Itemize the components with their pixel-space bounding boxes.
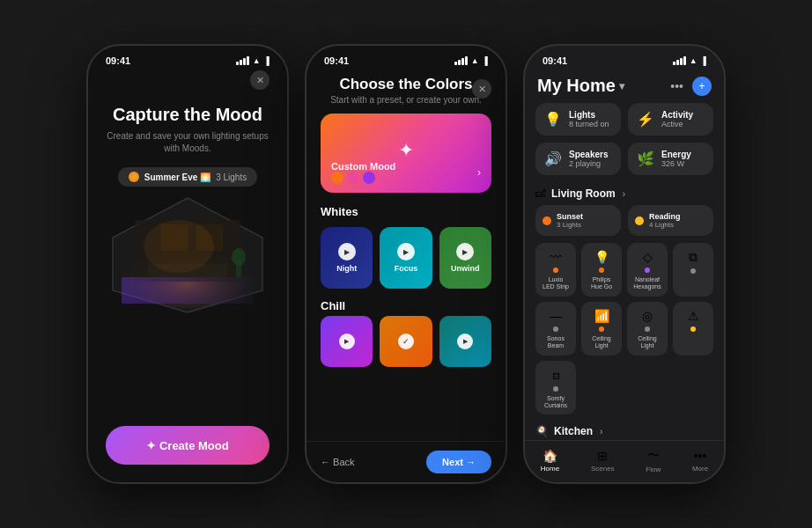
custom-mood-arrow: ›: [477, 166, 481, 179]
capture-mood-title: Capture the Mood: [113, 104, 262, 125]
svg-rect-6: [122, 277, 254, 304]
philips-hue-card[interactable]: 💡 Philips Hue Go: [581, 243, 622, 297]
energy-info: Energy 326 W: [661, 150, 691, 168]
lights-sub: 8 turned on: [569, 120, 609, 128]
kitchen-arrow: ›: [600, 427, 602, 436]
sunset-scene-card[interactable]: Sunset 3 Lights: [535, 205, 621, 236]
speakers-icon: 🔊: [544, 150, 562, 167]
bar2: [458, 60, 461, 65]
curtains-card[interactable]: ⧉: [673, 243, 713, 297]
home-title-chevron[interactable]: ▾: [619, 80, 624, 92]
sonos-icon: —: [550, 309, 562, 323]
lights-icon: 💡: [544, 111, 562, 128]
warning-card[interactable]: ⚠: [673, 302, 713, 356]
custom-mood-label: Custom Mood: [331, 161, 395, 172]
sunset-info: Sunset 3 Lights: [557, 212, 583, 229]
home-header-icons: ••• +: [670, 77, 712, 96]
summary-grid: 💡 Lights 8 turned on ⚡ Activity Active 🔊: [525, 103, 724, 184]
status-icons-1: ▲ ▐: [236, 56, 269, 65]
bar1: [454, 62, 457, 65]
add-button[interactable]: +: [692, 77, 712, 96]
phones-container: 09:41 ▲ ▐ ✕ Capture the Mood Create and …: [69, 26, 743, 502]
chill-card-3[interactable]: ▶: [439, 316, 491, 367]
summary-card-lights[interactable]: 💡 Lights 8 turned on: [535, 103, 621, 136]
luxio-icon: 〰: [550, 250, 562, 264]
next-button[interactable]: Next →: [426, 451, 491, 473]
somfy-card[interactable]: ⧈ SomfyCurtains: [535, 361, 576, 415]
nav-scenes[interactable]: ⊞ Scenes: [584, 447, 622, 474]
living-room-section-header[interactable]: 🛋 Living Room ›: [525, 184, 724, 205]
kitchen-section-header[interactable]: 🍳 Kitchen ›: [525, 422, 724, 440]
luxio-led-card[interactable]: 〰 LuxioLED Strip: [535, 243, 576, 297]
nav-home[interactable]: 🏠 Home: [534, 447, 566, 474]
status-time-1: 09:41: [106, 55, 130, 66]
bottom-nav: 🏠 Home ⊞ Scenes 〜 Flow ••• More: [525, 440, 724, 482]
curtains-icon: ⧉: [689, 250, 698, 265]
choose-colors-subtitle: Start with a preset, or create your own.: [321, 95, 491, 105]
home-nav-label: Home: [541, 465, 559, 473]
scenes-nav-icon: ⊞: [597, 449, 608, 463]
unwind-preset-card[interactable]: ▶ Unwind: [439, 227, 491, 289]
energy-sub: 326 W: [661, 159, 691, 168]
custom-mood-info: Custom Mood: [331, 161, 395, 184]
ceiling-light-card[interactable]: 📶 Ceiling Light: [581, 302, 622, 356]
more-options-icon[interactable]: •••: [670, 79, 683, 93]
ceiling-light2-name: Ceiling Light: [632, 335, 662, 350]
close-button-1[interactable]: ✕: [250, 70, 269, 90]
mood-label[interactable]: Summer Eve 🌅 3 Lights: [118, 167, 257, 187]
scene-row: Sunset 3 Lights Reading 4 Lights: [525, 205, 724, 243]
reading-name: Reading: [649, 212, 681, 221]
phone2-content: Choose the Colors Start with a preset, o…: [306, 70, 506, 482]
luxio-dot: [553, 268, 558, 273]
summary-card-energy[interactable]: 🌿 Energy 326 W: [628, 143, 713, 175]
chill-play-1[interactable]: ▶: [339, 334, 355, 349]
summary-card-speakers[interactable]: 🔊 Speakers 2 playing: [535, 143, 621, 175]
living-room-label: Living Room: [551, 187, 616, 200]
ceiling-light2-card[interactable]: ◎ Ceiling Light: [627, 302, 668, 356]
wifi-icon-1: ▲: [253, 56, 261, 65]
nav-more[interactable]: ••• More: [685, 447, 715, 474]
dot-purple: [363, 172, 375, 184]
focus-preset-label: Focus: [395, 264, 418, 273]
sparkle-icon: ✦: [398, 139, 414, 162]
reading-dot: [635, 216, 644, 225]
status-icons-2: ▲ ▐: [454, 56, 488, 65]
speakers-name: Speakers: [569, 150, 608, 159]
sunset-name: Sunset: [557, 212, 583, 221]
phone2-footer: ← Back Next →: [306, 441, 506, 482]
whites-section-label: Whites: [306, 202, 506, 222]
chill-section-label: Chill: [306, 296, 506, 316]
chill-check-2[interactable]: ✓: [398, 334, 414, 349]
nanoleaf-dot: [645, 268, 650, 273]
phone-my-home: 09:41 ▲ ▐ My Home ▾ •••: [523, 44, 726, 484]
chill-play-3[interactable]: ▶: [457, 334, 473, 349]
battery-icon-3: ▐: [701, 56, 706, 65]
night-play-button[interactable]: ▶: [338, 243, 356, 260]
focus-preset-card[interactable]: ▶ Focus: [380, 227, 432, 289]
create-mood-button[interactable]: ✦ Create Mood: [106, 426, 269, 465]
summary-card-activity[interactable]: ⚡ Activity Active: [628, 103, 713, 136]
flow-nav-icon: 〜: [647, 448, 660, 464]
custom-mood-card[interactable]: ✦ Custom Mood ›: [321, 114, 491, 193]
sonos-card[interactable]: — Sonos Beam: [535, 302, 576, 356]
status-bar-3: 09:41 ▲ ▐: [525, 46, 724, 70]
warning-dot: [690, 326, 696, 332]
chill-card-2[interactable]: ✓: [380, 316, 432, 367]
night-preset-card[interactable]: ▶ Night: [321, 227, 373, 289]
back-button[interactable]: ← Back: [321, 457, 355, 467]
nav-flow[interactable]: 〜 Flow: [639, 446, 668, 475]
chill-row: ▶ ✓ ▶: [306, 316, 506, 374]
focus-play-button[interactable]: ▶: [397, 243, 415, 260]
phone-choose-colors: 09:41 ▲ ▐ Choose the Colors Start with a…: [305, 44, 507, 484]
unwind-play-button[interactable]: ▶: [456, 243, 474, 260]
nanoleaf-card[interactable]: ◇ NanoleafHexagons: [627, 243, 668, 297]
wifi-icon-3: ▲: [690, 56, 698, 65]
chill-card-1[interactable]: ▶: [321, 316, 373, 367]
close-button-2[interactable]: ✕: [472, 79, 491, 99]
more-nav-icon: •••: [694, 449, 707, 463]
reading-scene-card[interactable]: Reading 4 Lights: [628, 205, 713, 236]
philips-icon: 💡: [594, 250, 609, 264]
lights-info: Lights 8 turned on: [569, 110, 609, 128]
chill-img-2: ✓: [380, 316, 432, 367]
dot-pink: [347, 172, 359, 184]
